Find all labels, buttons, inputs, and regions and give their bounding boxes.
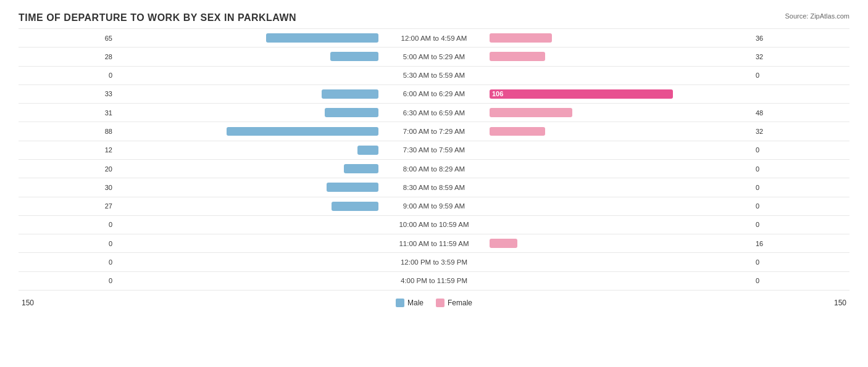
bar-value-left: 88	[105, 128, 112, 135]
bar-row: 0 12:00 PM to 3:59 PM 0	[19, 253, 849, 271]
bar-row: 30 8:30 AM to 8:59 AM 0	[19, 178, 849, 197]
right-bars	[490, 122, 751, 140]
bar-value-right: 0	[756, 202, 759, 210]
right-bars	[490, 216, 751, 234]
right-section: 0	[751, 146, 849, 154]
bar-value-left: 12	[105, 146, 112, 154]
right-section: 0	[751, 277, 849, 284]
bar-row: 33 6:00 AM to 6:29 AM 106	[19, 85, 849, 104]
bars-area: 12:00 PM to 3:59 PM	[117, 253, 751, 271]
right-section: 32	[751, 53, 849, 60]
bar-row: 20 8:00 AM to 8:29 AM 0	[19, 160, 849, 178]
time-label: 6:30 AM to 6:59 AM	[378, 109, 490, 117]
bar-value-right: 0	[756, 221, 759, 228]
chart-container: TIME OF DEPARTURE TO WORK BY SEX IN PARK…	[0, 0, 868, 367]
left-bars	[117, 216, 378, 234]
time-label: 4:00 PM to 11:59 PM	[378, 277, 490, 284]
left-section: 88	[19, 128, 117, 135]
bar-value-right: 16	[756, 240, 763, 247]
bar-female	[490, 108, 572, 117]
legend-female: Female	[436, 299, 472, 307]
bars-area: 4:00 PM to 11:59 PM	[117, 272, 751, 290]
left-section: 0	[19, 72, 117, 79]
bar-row: 65 12:00 AM to 4:59 AM 36	[19, 28, 849, 47]
chart-area: 65 12:00 AM to 4:59 AM 36 28 5:00 AM to …	[19, 28, 849, 315]
right-section: 0	[751, 72, 849, 79]
bar-row: 0 4:00 PM to 11:59 PM 0	[19, 272, 849, 291]
bar-value-left: 0	[109, 221, 112, 228]
left-section: 0	[19, 277, 117, 284]
right-bars: 106	[490, 85, 751, 103]
right-bars	[490, 104, 751, 122]
time-label: 10:00 AM to 10:59 AM	[378, 221, 490, 228]
bar-row: 0 5:30 AM to 5:59 AM 0	[19, 67, 849, 85]
bar-male	[266, 33, 378, 43]
legend-female-box	[436, 299, 444, 307]
bar-value-right: 0	[756, 72, 759, 79]
left-section: 20	[19, 165, 117, 173]
left-bars	[117, 234, 378, 252]
right-section: 0	[751, 184, 849, 191]
bars-area: 8:30 AM to 8:59 AM	[117, 178, 751, 196]
right-section: 48	[751, 109, 849, 117]
bar-value-right: 0	[756, 184, 759, 191]
bars-area: 5:30 AM to 5:59 AM	[117, 67, 751, 85]
right-section: 0	[751, 165, 849, 173]
bar-value-right: 32	[756, 53, 763, 60]
bar-row: 0 10:00 AM to 10:59 AM 0	[19, 216, 849, 234]
bar-value-right: 32	[756, 128, 763, 135]
bars-area: 6:30 AM to 6:59 AM	[117, 104, 751, 122]
left-bars	[117, 160, 378, 178]
bar-male	[357, 146, 378, 155]
right-bars	[490, 253, 751, 271]
axis-label-right: 150	[751, 299, 849, 307]
bar-value-left: 30	[105, 184, 112, 191]
time-label: 11:00 AM to 11:59 AM	[378, 240, 490, 247]
left-section: 31	[19, 109, 117, 117]
bar-value-right: 36	[756, 35, 763, 42]
left-bars	[117, 47, 378, 65]
right-bars	[490, 29, 751, 47]
right-bars	[490, 47, 751, 65]
time-label: 9:00 AM to 9:59 AM	[378, 202, 490, 210]
left-bars	[117, 253, 378, 271]
bar-value-left: 28	[105, 53, 112, 60]
bar-value-left: 27	[105, 202, 112, 210]
left-section: 27	[19, 202, 117, 210]
time-label: 5:00 AM to 5:29 AM	[378, 53, 490, 60]
bar-male	[325, 108, 378, 117]
right-bars	[490, 197, 751, 215]
bars-area: 8:00 AM to 8:29 AM	[117, 160, 751, 178]
right-section: 0	[751, 202, 849, 210]
bars-area: 12:00 AM to 4:59 AM	[117, 29, 751, 47]
right-section: 36	[751, 35, 849, 42]
left-bars	[117, 85, 378, 103]
bars-area: 9:00 AM to 9:59 AM	[117, 197, 751, 215]
bar-female: 106	[490, 89, 673, 99]
bars-area: 5:00 AM to 5:29 AM	[117, 47, 751, 65]
bars-area: 6:00 AM to 6:29 AM 106	[117, 85, 751, 103]
right-section: 0	[751, 221, 849, 228]
right-bars	[490, 234, 751, 252]
right-section: 32	[751, 128, 849, 135]
bar-female	[490, 52, 545, 61]
bar-male	[344, 164, 378, 173]
bar-value-left: 31	[105, 109, 112, 117]
right-bars	[490, 141, 751, 159]
time-label: 5:30 AM to 5:59 AM	[378, 72, 490, 79]
bar-row: 88 7:00 AM to 7:29 AM 32	[19, 122, 849, 141]
right-bars	[490, 272, 751, 290]
bar-value-left: 0	[109, 258, 112, 266]
bar-male	[332, 202, 378, 211]
bar-row: 27 9:00 AM to 9:59 AM 0	[19, 197, 849, 216]
bar-row: 28 5:00 AM to 5:29 AM 32	[19, 47, 849, 66]
right-section: 0	[751, 258, 849, 266]
bars-area: 10:00 AM to 10:59 AM	[117, 216, 751, 234]
bar-value-right: 48	[756, 109, 763, 117]
left-section: 0	[19, 240, 117, 247]
legend-male-label: Male	[407, 299, 424, 307]
bar-female	[490, 239, 517, 248]
source-text: Source: ZipAtlas.com	[785, 12, 849, 20]
bar-row: 31 6:30 AM to 6:59 AM 48	[19, 104, 849, 122]
left-bars	[117, 197, 378, 215]
